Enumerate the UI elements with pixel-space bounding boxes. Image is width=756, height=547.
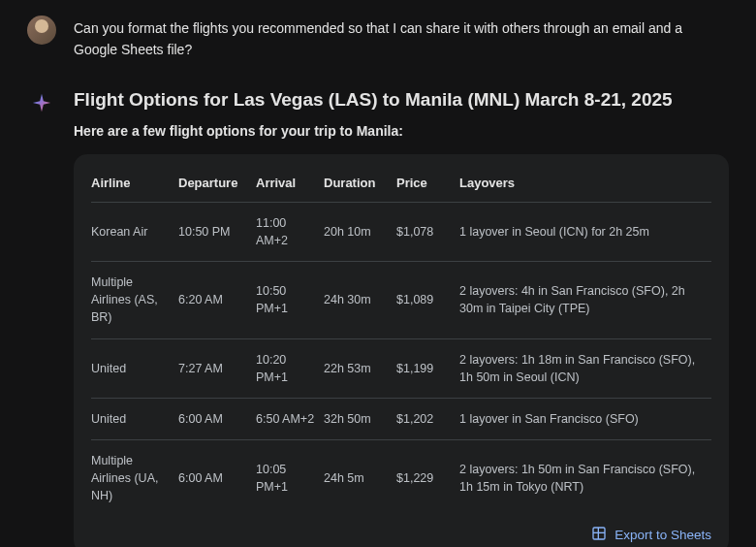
cell-arrival: 10:05 PM+1	[256, 439, 324, 516]
cell-layovers: 2 layovers: 4h in San Francisco (SFO), 2…	[459, 262, 711, 338]
cell-departure: 7:27 AM	[178, 338, 256, 398]
sheets-icon	[591, 526, 607, 544]
cell-duration: 22h 53m	[324, 338, 396, 398]
cell-arrival: 11:00 AM+2	[256, 202, 324, 261]
table-row: United 7:27 AM 10:20 PM+1 22h 53m $1,199…	[91, 338, 711, 398]
cell-airline: Multiple Airlines (AS, BR)	[91, 262, 178, 338]
cell-departure: 6:00 AM	[178, 439, 256, 516]
cell-duration: 20h 10m	[324, 202, 396, 261]
cell-duration: 24h 5m	[324, 439, 396, 516]
cell-airline: United	[91, 338, 178, 398]
export-to-sheets-button[interactable]: Export to Sheets	[591, 526, 711, 544]
cell-price: $1,078	[396, 202, 459, 261]
cell-duration: 24h 30m	[324, 262, 396, 338]
header-arrival: Arrival	[256, 168, 324, 203]
table-row: Korean Air 10:50 PM 11:00 AM+2 20h 10m $…	[91, 202, 711, 261]
cell-airline: United	[91, 398, 178, 439]
table-row: Multiple Airlines (UA, NH) 6:00 AM 10:05…	[91, 439, 711, 516]
cell-price: $1,089	[396, 262, 459, 338]
cell-arrival: 10:20 PM+1	[256, 338, 324, 398]
response-subtitle: Here are a few flight options for your t…	[74, 123, 729, 139]
cell-price: $1,229	[396, 439, 459, 516]
cell-price: $1,199	[396, 338, 459, 398]
cell-layovers: 1 layover in Seoul (ICN) for 2h 25m	[459, 202, 711, 261]
user-message-text: Can you format the flights you recommend…	[74, 16, 729, 60]
cell-departure: 6:00 AM	[178, 398, 256, 439]
response-title: Flight Options for Las Vegas (LAS) to Ma…	[74, 87, 729, 113]
header-price: Price	[396, 168, 459, 203]
sparkle-icon	[27, 87, 56, 116]
table-row: United 6:00 AM 6:50 AM+2 32h 50m $1,202 …	[91, 398, 711, 439]
user-avatar	[27, 16, 56, 45]
cell-layovers: 1 layover in San Francisco (SFO)	[459, 398, 711, 439]
cell-airline: Multiple Airlines (UA, NH)	[91, 439, 178, 516]
cell-layovers: 2 layovers: 1h 50m in San Francisco (SFO…	[459, 439, 711, 516]
header-duration: Duration	[324, 168, 396, 203]
cell-airline: Korean Air	[91, 202, 178, 261]
flight-table: Airline Departure Arrival Duration Price…	[91, 168, 711, 516]
cell-arrival: 6:50 AM+2	[256, 398, 324, 439]
export-label: Export to Sheets	[614, 528, 711, 542]
header-layovers: Layovers	[459, 168, 711, 203]
flight-card: Airline Departure Arrival Duration Price…	[74, 154, 729, 547]
header-departure: Departure	[178, 168, 256, 203]
cell-layovers: 2 layovers: 1h 18m in San Francisco (SFO…	[459, 338, 711, 398]
cell-departure: 10:50 PM	[178, 202, 256, 261]
cell-duration: 32h 50m	[324, 398, 396, 439]
assistant-message-row: Flight Options for Las Vegas (LAS) to Ma…	[27, 87, 729, 547]
user-message-row: Can you format the flights you recommend…	[27, 16, 729, 60]
table-row: Multiple Airlines (AS, BR) 6:20 AM 10:50…	[91, 262, 711, 338]
cell-price: $1,202	[396, 398, 459, 439]
cell-departure: 6:20 AM	[178, 262, 256, 338]
header-airline: Airline	[91, 168, 178, 203]
cell-arrival: 10:50 PM+1	[256, 262, 324, 338]
